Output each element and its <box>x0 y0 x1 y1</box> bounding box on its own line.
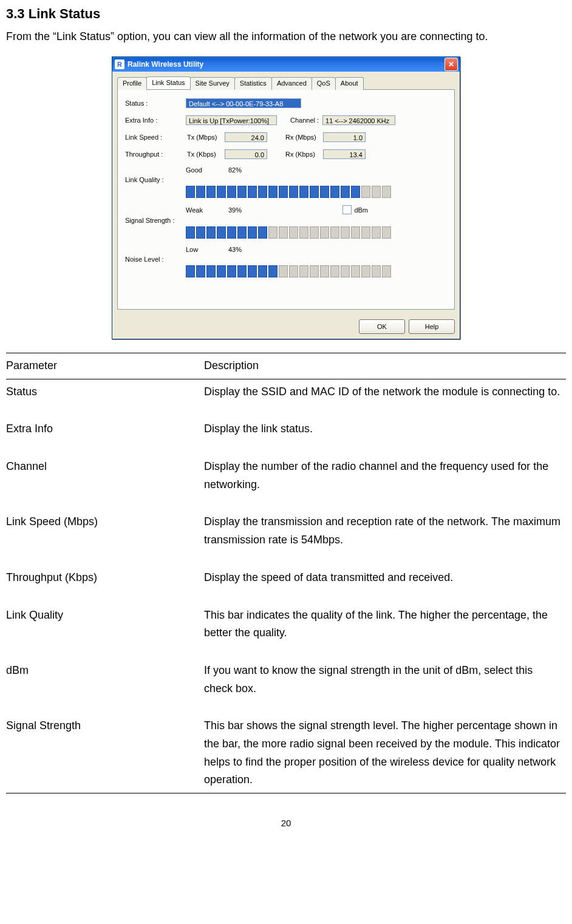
bar-segment <box>227 265 236 277</box>
table-cell-desc: Display the SSID and MAC ID of the netwo… <box>204 379 566 416</box>
table-cell-param: Status <box>6 379 204 416</box>
rx-mbps-label: Rx (Mbps) <box>285 134 319 141</box>
bar-segment <box>268 265 277 277</box>
bar-segment <box>330 186 339 198</box>
tab-site-survey[interactable]: Site Survey <box>190 77 235 90</box>
bar-segment <box>258 186 267 198</box>
bar-segment <box>351 226 360 239</box>
table-cell-desc: Display the speed of data transmitted an… <box>204 565 566 603</box>
tab-about[interactable]: About <box>335 77 364 90</box>
section-heading: 3.3 Link Status <box>6 6 566 22</box>
bar-segment <box>330 265 339 277</box>
signal-strength-pct: 39% <box>228 206 265 214</box>
tab-link-status[interactable]: Link Status <box>146 76 190 89</box>
status-label: Status : <box>125 100 186 107</box>
bar-segment <box>258 226 267 239</box>
bar-segment <box>196 226 205 239</box>
bar-segment <box>186 226 195 239</box>
bar-segment <box>217 265 226 277</box>
extra-info-label: Extra Info : <box>125 117 186 124</box>
tab-profile[interactable]: Profile <box>117 77 147 90</box>
table-cell-desc: Display the link status. <box>204 416 566 454</box>
bar-segment <box>361 186 370 198</box>
bar-segment <box>351 265 360 277</box>
signal-strength-word: Weak <box>186 206 228 214</box>
table-row: Extra InfoDisplay the link status. <box>6 416 566 454</box>
bar-segment <box>217 186 226 198</box>
signal-strength-bar <box>186 226 447 239</box>
bar-segment <box>248 226 257 239</box>
intro-paragraph: From the “Link Status” option, you can v… <box>6 30 566 43</box>
table-header-parameter: Parameter <box>6 353 204 379</box>
page-number: 20 <box>6 818 566 828</box>
table-cell-param: Link Speed (Mbps) <box>6 509 204 565</box>
throughput-label: Throughput : <box>125 151 186 158</box>
bar-segment <box>237 265 247 277</box>
bar-segment <box>248 265 257 277</box>
bar-segment <box>289 265 298 277</box>
bar-segment <box>372 186 381 198</box>
bar-segment <box>361 226 370 239</box>
noise-level-label: Noise Level : <box>125 256 186 263</box>
link-status-panel: Status : Default <--> 00-00-0E-79-33-A8 … <box>117 89 455 310</box>
table-cell-desc: If you want to know the signal strength … <box>204 658 566 713</box>
bar-segment <box>196 186 205 198</box>
table-cell-param: dBm <box>6 658 204 713</box>
bar-segment <box>330 226 339 239</box>
table-row: StatusDisplay the SSID and MAC ID of the… <box>6 379 566 416</box>
parameter-table: Parameter Description StatusDisplay the … <box>6 353 566 793</box>
close-icon[interactable]: ✕ <box>444 58 458 71</box>
bar-segment <box>248 186 257 198</box>
table-cell-param: Signal Strength <box>6 713 204 793</box>
bar-segment <box>279 226 288 239</box>
bar-segment <box>279 186 288 198</box>
bar-segment <box>310 186 319 198</box>
bar-segment <box>268 186 277 198</box>
rx-kbps-label: Rx (Kbps) <box>285 151 319 158</box>
channel-value: 11 <--> 2462000 KHz <box>322 115 395 125</box>
bar-segment <box>196 265 205 277</box>
table-cell-desc: This bar shows the signal strength level… <box>204 713 566 793</box>
bar-segment <box>237 226 247 239</box>
bar-segment <box>258 265 267 277</box>
bar-segment <box>341 265 350 277</box>
bar-segment <box>217 226 226 239</box>
tab-qos[interactable]: QoS <box>312 77 336 90</box>
noise-level-word: Low <box>186 246 228 253</box>
rx-mbps-value: 1.0 <box>323 132 366 142</box>
channel-label: Channel : <box>290 117 319 124</box>
xp-window: R Ralink Wireless Utility ✕ ProfileLink … <box>112 56 460 339</box>
bar-segment <box>186 186 195 198</box>
bar-segment <box>382 265 391 277</box>
bar-segment <box>206 186 216 198</box>
help-button[interactable]: Help <box>409 319 455 334</box>
bar-segment <box>299 265 308 277</box>
link-quality-pct: 82% <box>228 166 265 174</box>
tab-statistics[interactable]: Statistics <box>234 77 272 90</box>
bar-segment <box>382 226 391 239</box>
tx-mbps-label: Tx (Mbps) <box>187 134 221 141</box>
tx-mbps-value: 24.0 <box>225 132 267 142</box>
bar-segment <box>341 186 350 198</box>
table-cell-desc: Display the number of the radio channel … <box>204 454 566 509</box>
noise-level-pct: 43% <box>228 246 265 253</box>
table-cell-param: Channel <box>6 454 204 509</box>
table-row: dBmIf you want to know the signal streng… <box>6 658 566 713</box>
bar-segment <box>268 226 277 239</box>
bar-segment <box>361 265 370 277</box>
bar-segment <box>320 186 329 198</box>
table-header-description: Description <box>204 353 566 379</box>
bar-segment <box>310 265 319 277</box>
link-quality-word: Good <box>186 166 228 174</box>
bar-segment <box>289 186 298 198</box>
dbm-checkbox[interactable] <box>342 205 352 214</box>
bar-segment <box>299 186 308 198</box>
app-icon: R <box>115 59 124 69</box>
bar-segment <box>206 265 216 277</box>
link-quality-bar <box>186 186 447 198</box>
bar-segment <box>186 265 195 277</box>
ok-button[interactable]: OK <box>359 319 405 334</box>
bar-segment <box>351 186 360 198</box>
table-row: Link Speed (Mbps)Display the transmissio… <box>6 509 566 565</box>
tab-advanced[interactable]: Advanced <box>271 77 312 90</box>
